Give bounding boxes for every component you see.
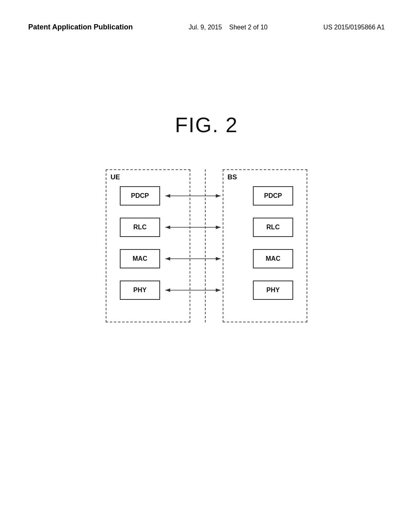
bs-phy-block: PHY [253,281,293,300]
figure-title: FIG. 2 [0,113,413,137]
publication-label: Patent Application Publication [28,22,133,32]
bs-rlc-block: RLC [253,218,293,237]
ue-pdcp-block: PDCP [120,186,160,206]
bs-pdcp-block: PDCP [253,186,293,206]
bs-mac-block: MAC [253,249,293,268]
date-sheet-info: Jul. 9, 2015 Sheet 2 of 10 [189,22,268,31]
ue-phy-block: PHY [120,281,160,300]
publication-date: Jul. 9, 2015 [189,24,222,31]
ue-rlc-block: RLC [120,218,160,237]
page-header: Patent Application Publication Jul. 9, 2… [0,0,413,32]
ue-mac-block: MAC [120,249,160,268]
sheet-info: Sheet 2 of 10 [229,24,267,31]
protocol-diagram: UE BS PDCP RLC MAC PHY PDCP RLC MAC PHY [106,169,307,322]
bs-label: BS [227,173,237,181]
publication-number: US 2015/0195866 A1 [323,22,385,31]
center-divider [205,169,206,322]
ue-label: UE [111,173,120,181]
diagram-container: UE BS PDCP RLC MAC PHY PDCP RLC MAC PHY [0,169,413,322]
